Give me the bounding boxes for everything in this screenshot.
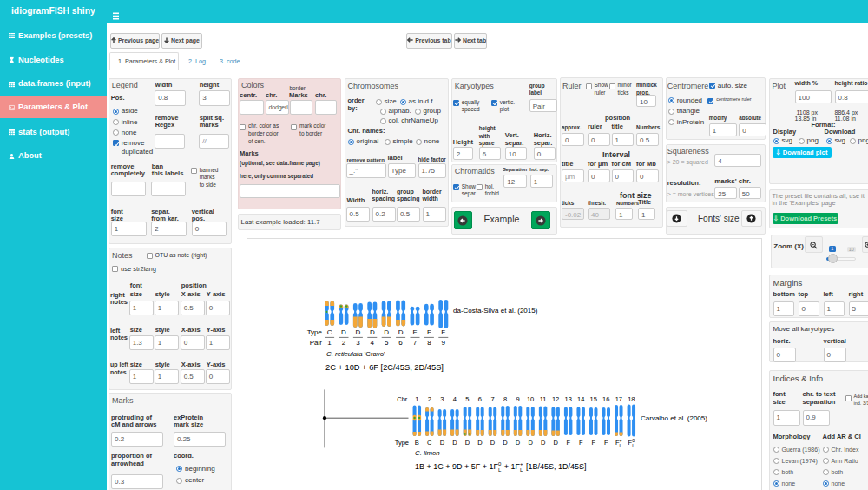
svg-text:F: F: [413, 328, 418, 335]
svg-text:10: 10: [527, 394, 534, 402]
svg-text:3: 3: [440, 394, 444, 402]
svg-text:12: 12: [552, 394, 559, 402]
svg-text:7: 7: [413, 338, 418, 346]
svg-text:14: 14: [577, 394, 584, 402]
svg-text:D: D: [553, 439, 558, 447]
svg-text:C: C: [327, 328, 332, 335]
svg-text:C: C: [427, 439, 432, 447]
svg-text:F: F: [441, 328, 445, 335]
svg-text:15: 15: [590, 394, 597, 402]
svg-text:Pair: Pair: [310, 338, 323, 346]
svg-text:da-Costa-Silva et al. (2015): da-Costa-Silva et al. (2015): [453, 307, 538, 315]
svg-text:B: B: [415, 439, 419, 447]
svg-text:C. limon: C. limon: [415, 448, 440, 456]
svg-text:F: F: [579, 439, 583, 447]
svg-text:D: D: [341, 328, 346, 335]
svg-text:D: D: [356, 328, 361, 335]
svg-text:D: D: [477, 439, 483, 447]
svg-text:F: F: [427, 328, 431, 335]
svg-text:8: 8: [427, 338, 431, 346]
svg-text:18: 18: [628, 394, 635, 402]
svg-text:F: F: [604, 439, 608, 447]
svg-text:9: 9: [442, 338, 446, 346]
svg-text:D: D: [528, 439, 533, 447]
svg-text:6: 6: [398, 338, 403, 346]
svg-text:F: F: [566, 439, 570, 447]
svg-text:6: 6: [478, 394, 482, 402]
svg-text:2: 2: [428, 394, 431, 402]
svg-text:D: D: [541, 439, 546, 447]
svg-text:17: 17: [615, 394, 622, 402]
svg-text:F: F: [591, 439, 595, 447]
svg-text:1B + 1C + 9D + 5F + 1FL0 + 1FL: 1B + 1C + 9D + 5F + 1FL0 + 1FL+ [1B/45S,…: [415, 460, 587, 472]
svg-text:2C + 10D + 6F [2C/45S, 2D/45S]: 2C + 10D + 6F [2C/45S, 2D/45S]: [326, 363, 444, 372]
svg-text:5: 5: [385, 338, 389, 346]
svg-text:D: D: [490, 439, 496, 447]
svg-text:9: 9: [516, 394, 519, 402]
svg-text:8: 8: [503, 394, 507, 402]
svg-text:D: D: [452, 439, 457, 447]
svg-text:D: D: [516, 439, 521, 447]
svg-text:D: D: [440, 439, 445, 447]
svg-text:7: 7: [490, 394, 494, 402]
svg-text:5: 5: [465, 394, 469, 402]
svg-text:11: 11: [540, 394, 547, 402]
svg-text:D: D: [503, 439, 508, 447]
svg-text:D: D: [370, 328, 375, 335]
svg-text:Type: Type: [307, 328, 323, 335]
svg-text:FL+: FL+: [615, 437, 622, 447]
svg-text:Carvalho et al. (2005): Carvalho et al. (2005): [641, 414, 707, 422]
svg-text:4: 4: [453, 394, 457, 402]
svg-text:1: 1: [415, 394, 418, 402]
svg-text:Chr.: Chr.: [397, 394, 409, 402]
svg-text:D: D: [465, 439, 470, 447]
svg-text:16: 16: [602, 394, 609, 402]
svg-text:2: 2: [342, 338, 346, 346]
svg-text:Type: Type: [395, 439, 409, 447]
svg-text:3: 3: [356, 338, 360, 346]
svg-text:13: 13: [565, 394, 572, 402]
svg-text:1: 1: [327, 338, 332, 346]
svg-text:FL0: FL0: [628, 437, 635, 447]
svg-text:4: 4: [371, 338, 375, 346]
svg-text:D: D: [398, 328, 404, 335]
svg-text:D: D: [384, 328, 389, 335]
svg-text:C. reticulata 'Cravo': C. reticulata 'Cravo': [326, 350, 385, 358]
